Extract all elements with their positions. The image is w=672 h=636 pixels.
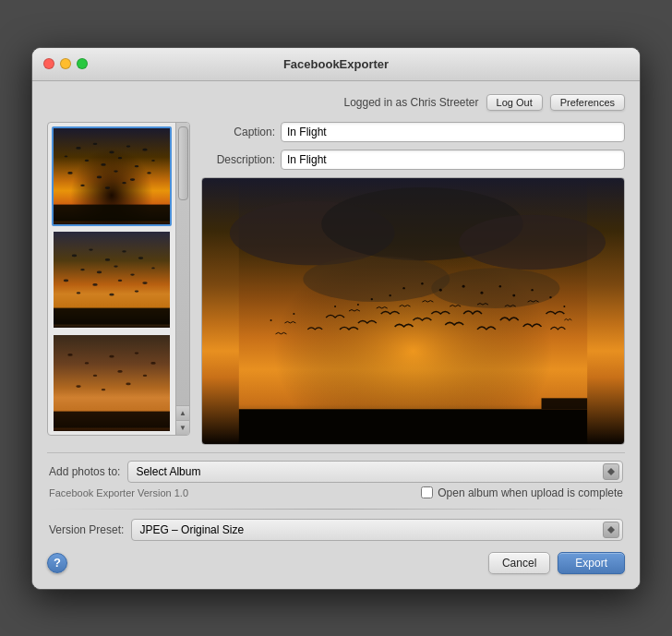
svg-point-35 bbox=[77, 292, 81, 294]
svg-point-16 bbox=[105, 186, 110, 189]
cancel-button[interactable]: Cancel bbox=[488, 552, 550, 574]
thumbnail-item-1[interactable] bbox=[52, 126, 172, 226]
svg-rect-0 bbox=[54, 204, 170, 221]
svg-rect-74 bbox=[542, 398, 588, 409]
svg-point-11 bbox=[97, 175, 102, 178]
svg-point-60 bbox=[421, 282, 423, 284]
svg-point-69 bbox=[357, 304, 359, 306]
svg-point-1 bbox=[76, 147, 80, 150]
thumbnail-list[interactable] bbox=[48, 123, 175, 435]
add-photos-label: Add photos to: bbox=[49, 465, 120, 478]
open-album-label: Open album when upload is complete bbox=[438, 486, 623, 499]
description-row: Description: bbox=[201, 150, 625, 170]
svg-point-26 bbox=[80, 269, 85, 270]
content-area: Logged in as Chris Streeter Log Out Pref… bbox=[32, 81, 640, 589]
scrollbar-track[interactable]: ▲ ▼ bbox=[175, 123, 189, 435]
svg-point-47 bbox=[76, 385, 80, 388]
svg-point-3 bbox=[109, 150, 114, 153]
svg-point-68 bbox=[549, 295, 551, 297]
preset-select[interactable]: JPEG – Original Size bbox=[131, 519, 623, 541]
top-bar: Logged in as Chris Streeter Log Out Pref… bbox=[47, 94, 625, 111]
svg-point-58 bbox=[439, 288, 442, 291]
thumbnail-panel: ▲ ▼ bbox=[47, 122, 190, 445]
scroll-up-arrow[interactable]: ▲ bbox=[176, 405, 190, 420]
svg-point-70 bbox=[334, 306, 336, 307]
section-divider bbox=[47, 509, 625, 510]
preview-birds-svg bbox=[202, 178, 624, 444]
scrollbar-arrows: ▲ ▼ bbox=[176, 405, 190, 435]
svg-point-27 bbox=[97, 270, 102, 273]
svg-point-61 bbox=[480, 291, 483, 294]
svg-point-18 bbox=[151, 160, 155, 162]
svg-point-7 bbox=[101, 163, 105, 166]
svg-point-25 bbox=[138, 257, 143, 259]
birds-svg-1 bbox=[54, 128, 170, 224]
version-text: Facebook Exporter Version 1.0 bbox=[49, 487, 188, 498]
svg-point-17 bbox=[122, 182, 126, 184]
thumbnail-list-container: ▲ ▼ bbox=[47, 122, 190, 436]
help-button[interactable]: ? bbox=[47, 553, 67, 573]
svg-point-19 bbox=[65, 155, 68, 157]
svg-point-63 bbox=[499, 284, 501, 286]
logout-button[interactable]: Log Out bbox=[486, 94, 543, 111]
preferences-button[interactable]: Preferences bbox=[550, 94, 625, 111]
add-photos-row: Add photos to: Select Album New Album bbox=[47, 461, 625, 483]
close-button[interactable] bbox=[43, 58, 54, 69]
caption-row: Caption: bbox=[201, 122, 625, 142]
svg-point-44 bbox=[93, 374, 98, 376]
footer-row: ? Cancel Export bbox=[47, 552, 625, 574]
svg-point-59 bbox=[462, 284, 465, 287]
main-area: ▲ ▼ Caption: Description: bbox=[47, 122, 625, 445]
svg-point-46 bbox=[143, 374, 148, 376]
description-label: Description: bbox=[201, 153, 275, 166]
caption-input[interactable] bbox=[281, 122, 625, 142]
svg-point-49 bbox=[126, 382, 130, 385]
titlebar: FacebookExporter bbox=[32, 48, 640, 81]
window-title: FacebookExporter bbox=[283, 57, 389, 71]
open-album-checkbox[interactable] bbox=[421, 486, 433, 498]
svg-point-23 bbox=[105, 258, 110, 261]
svg-point-10 bbox=[67, 172, 72, 174]
caption-label: Caption: bbox=[201, 126, 275, 138]
svg-point-24 bbox=[122, 250, 126, 252]
svg-point-34 bbox=[142, 282, 147, 284]
svg-point-71 bbox=[563, 306, 565, 307]
scroll-down-arrow[interactable]: ▼ bbox=[176, 420, 190, 435]
birds-svg-2 bbox=[54, 232, 170, 328]
svg-point-14 bbox=[147, 172, 151, 174]
svg-point-30 bbox=[151, 267, 155, 269]
thumbnail-item-3[interactable] bbox=[52, 333, 172, 433]
svg-rect-52 bbox=[239, 409, 587, 444]
album-select[interactable]: Select Album New Album bbox=[127, 461, 623, 483]
svg-point-65 bbox=[389, 294, 390, 295]
svg-point-5 bbox=[142, 148, 147, 150]
description-input[interactable] bbox=[281, 150, 625, 170]
svg-point-64 bbox=[512, 294, 515, 296]
svg-point-56 bbox=[303, 256, 450, 302]
svg-point-55 bbox=[459, 214, 606, 270]
scrollbar-thumb[interactable] bbox=[178, 126, 188, 200]
svg-point-29 bbox=[130, 273, 135, 275]
bottom-info-row: Facebook Exporter Version 1.0 Open album… bbox=[47, 483, 625, 503]
svg-point-39 bbox=[67, 354, 72, 356]
svg-point-32 bbox=[92, 283, 97, 286]
svg-point-45 bbox=[117, 370, 122, 373]
minimize-button[interactable] bbox=[60, 58, 71, 69]
svg-point-6 bbox=[85, 159, 90, 161]
svg-point-28 bbox=[114, 265, 118, 267]
thumbnail-item-2[interactable] bbox=[52, 230, 172, 330]
svg-rect-38 bbox=[54, 411, 170, 427]
svg-point-13 bbox=[130, 178, 135, 181]
svg-point-73 bbox=[270, 318, 272, 320]
svg-point-21 bbox=[72, 254, 77, 257]
svg-point-22 bbox=[89, 248, 93, 250]
album-select-container: Select Album New Album bbox=[127, 461, 623, 483]
export-button[interactable]: Export bbox=[558, 552, 625, 574]
maximize-button[interactable] bbox=[77, 58, 88, 69]
preset-row: Version Preset: JPEG – Original Size bbox=[47, 515, 625, 545]
svg-point-8 bbox=[118, 157, 123, 159]
svg-point-36 bbox=[109, 293, 114, 295]
open-album-row: Open album when upload is complete bbox=[421, 486, 623, 499]
divider-1 bbox=[47, 452, 625, 453]
svg-point-57 bbox=[431, 268, 559, 308]
